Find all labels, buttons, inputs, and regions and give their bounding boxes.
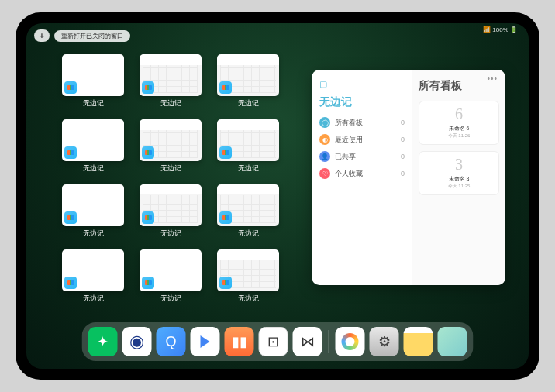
panel-icon: ▢ [319, 79, 405, 89]
tablet-frame: 📶 100% 🔋 + 重新打开已关闭的窗口 无边记无边记无边记无边记无边记无边记… [16, 12, 539, 380]
reopen-pill[interactable]: 重新打开已关闭的窗口 [54, 30, 130, 42]
board-card[interactable]: 6未命名 6今天 11:26 [419, 101, 499, 145]
dock-freeform[interactable] [336, 327, 365, 356]
window-thumb[interactable]: 无边记 [60, 249, 126, 304]
card-date: 今天 11:26 [424, 132, 494, 139]
row-label: 最近使用 [335, 135, 363, 145]
dock: ✦◉Q▮▮⊡⋈⚙ [82, 322, 474, 361]
thumb-label: 无边记 [160, 229, 181, 239]
new-window-button[interactable]: + [34, 29, 50, 42]
dock-books[interactable]: ▮▮ [225, 327, 254, 356]
dock-divider [329, 330, 329, 353]
thumb-label: 无边记 [238, 294, 259, 304]
thumb-label: 无边记 [83, 98, 104, 108]
sidebar-row[interactable]: ♡个人收藏0 [319, 168, 405, 179]
status-bar: 📶 100% 🔋 [483, 26, 518, 33]
card-name: 未命名 6 [424, 125, 494, 132]
row-label: 已共享 [335, 152, 356, 162]
row-count: 0 [401, 170, 405, 177]
panel-title-left: 无边记 [319, 95, 405, 109]
row-icon: ◐ [319, 134, 330, 145]
app-icon [142, 277, 154, 289]
dock-play[interactable] [191, 327, 220, 356]
window-thumb[interactable]: 无边记 [138, 119, 203, 174]
more-icon[interactable]: ••• [487, 74, 498, 83]
window-thumb[interactable]: 无边记 [215, 54, 281, 108]
row-icon: ◯ [319, 117, 330, 128]
dock-notes[interactable] [404, 327, 433, 356]
dock-connect[interactable]: ⋈ [293, 327, 322, 356]
thumb-label: 无边记 [160, 163, 181, 174]
dock-browser[interactable]: Q [157, 327, 186, 356]
screen: 📶 100% 🔋 + 重新打开已关闭的窗口 无边记无边记无边记无边记无边记无边记… [26, 23, 529, 369]
app-icon [219, 277, 232, 289]
thumb-label: 无边记 [160, 294, 181, 304]
thumb-label: 无边记 [238, 163, 259, 174]
dock-quark[interactable]: ◉ [122, 327, 152, 356]
sidebar-row[interactable]: 👤已共享0 [319, 151, 405, 162]
app-icon [142, 81, 154, 94]
app-icon [64, 211, 77, 224]
thumb-label: 无边记 [238, 229, 259, 239]
board-card[interactable]: 3未命名 3今天 11:25 [419, 151, 499, 195]
top-bar: + 重新打开已关闭的窗口 [34, 29, 130, 42]
thumb-label: 无边记 [160, 98, 181, 108]
sidebar-row[interactable]: ◐最近使用0 [319, 134, 405, 145]
row-icon: ♡ [319, 168, 330, 179]
window-thumb[interactable]: 无边记 [60, 119, 126, 174]
row-count: 0 [401, 153, 405, 160]
app-icon [64, 81, 77, 94]
dock-settings[interactable]: ⚙ [370, 327, 399, 356]
app-icon [219, 146, 232, 159]
thumb-label: 无边记 [83, 163, 104, 174]
row-count: 0 [401, 119, 405, 126]
thumb-label: 无边记 [83, 229, 104, 239]
app-icon [64, 146, 77, 159]
thumb-label: 无边记 [238, 98, 259, 108]
card-name: 未命名 3 [424, 175, 494, 183]
window-thumb[interactable]: 无边记 [60, 184, 126, 239]
window-grid: 无边记无边记无边记无边记无边记无边记无边记无边记无边记无边记无边记无边记 [60, 54, 281, 304]
window-thumb[interactable]: 无边记 [138, 54, 203, 108]
dock-dice[interactable]: ⊡ [259, 327, 288, 356]
window-thumb[interactable]: 无边记 [215, 119, 281, 174]
window-thumb[interactable]: 无边记 [215, 249, 281, 304]
app-icon [142, 211, 154, 224]
row-count: 0 [401, 136, 405, 143]
row-label: 所有看板 [335, 118, 363, 128]
app-icon [64, 277, 77, 289]
thumb-label: 无边记 [83, 294, 104, 304]
dock-wechat[interactable]: ✦ [88, 327, 118, 356]
window-thumb[interactable]: 无边记 [60, 54, 126, 108]
window-thumb[interactable]: 无边记 [215, 184, 281, 239]
window-thumb[interactable]: 无边记 [138, 184, 203, 239]
sketch-icon: 3 [424, 156, 494, 172]
panel-right: 所有看板 6未命名 6今天 11:263未命名 3今天 11:25 [412, 70, 505, 285]
card-date: 今天 11:25 [424, 183, 494, 190]
sketch-icon: 6 [424, 106, 494, 122]
panel-left: ▢ 无边记 ◯所有看板0◐最近使用0👤已共享0♡个人收藏0 [312, 70, 412, 285]
app-icon [142, 146, 154, 159]
app-icon [219, 81, 232, 94]
app-icon [219, 211, 232, 224]
row-icon: 👤 [319, 151, 330, 162]
dock-library[interactable] [438, 327, 467, 356]
freeform-panel[interactable]: ••• ▢ 无边记 ◯所有看板0◐最近使用0👤已共享0♡个人收藏0 所有看板 6… [312, 70, 505, 285]
window-thumb[interactable]: 无边记 [138, 249, 203, 304]
sidebar-row[interactable]: ◯所有看板0 [319, 117, 405, 128]
row-label: 个人收藏 [335, 169, 363, 179]
